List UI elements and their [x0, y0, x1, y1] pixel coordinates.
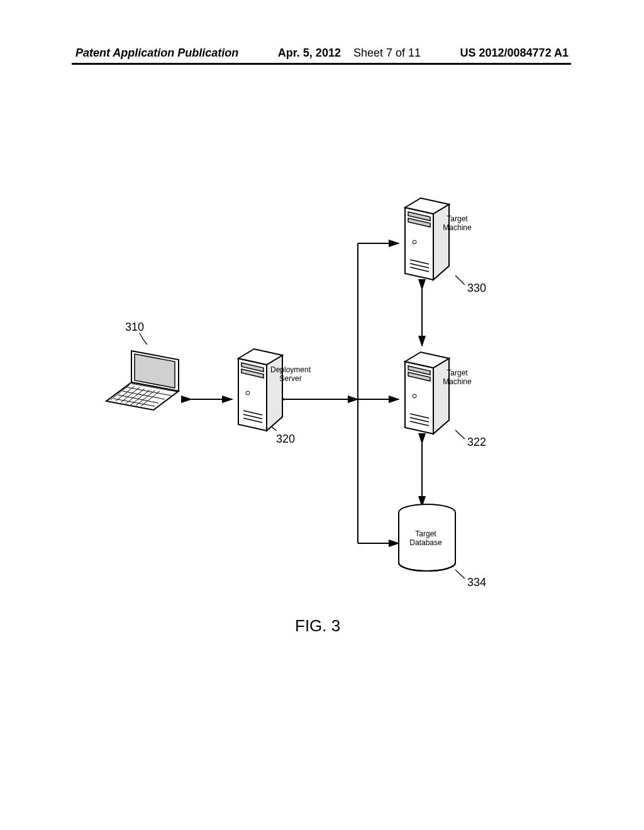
ref-310: 310 [125, 321, 144, 334]
svg-point-24 [413, 240, 416, 244]
svg-point-20 [246, 391, 250, 395]
ref-334: 334 [467, 576, 486, 589]
ref-330: 330 [467, 282, 486, 295]
figure-caption: FIG. 3 [295, 616, 340, 636]
ref-322: 322 [467, 436, 486, 449]
header-publication: Patent Application Publication [75, 47, 238, 60]
target-database-label: TargetDatabase [407, 530, 445, 548]
server-icon [399, 192, 455, 283]
ref-320: 320 [276, 433, 295, 446]
target-machine-top-label: TargetMachine [438, 215, 476, 233]
server-icon [399, 346, 455, 437]
header-date: Apr. 5, 2012 [278, 47, 341, 59]
server-icon [232, 343, 289, 434]
figure-3-diagram: DeploymentServer TargetMachine TargetMac… [72, 94, 572, 723]
laptop-icon [97, 346, 197, 421]
header-sheet: Sheet 7 of 11 [353, 47, 421, 59]
deployment-server-label: DeploymentServer [265, 366, 316, 384]
header-docnum: US 2012/0084772 A1 [460, 47, 569, 60]
page-header: Patent Application Publication Apr. 5, 2… [75, 47, 569, 60]
target-machine-mid-label: TargetMachine [438, 369, 476, 387]
header-rule [72, 63, 571, 65]
svg-point-28 [413, 394, 416, 398]
